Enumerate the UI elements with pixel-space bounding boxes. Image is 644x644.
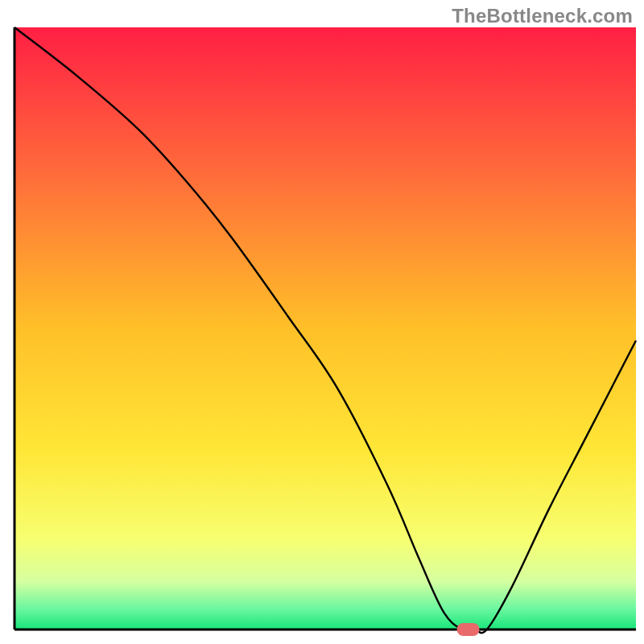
chart-stage: TheBottleneck.com (0, 0, 644, 644)
chart-svg (0, 0, 644, 644)
gradient-background (14, 27, 636, 630)
optimum-marker (457, 623, 480, 636)
